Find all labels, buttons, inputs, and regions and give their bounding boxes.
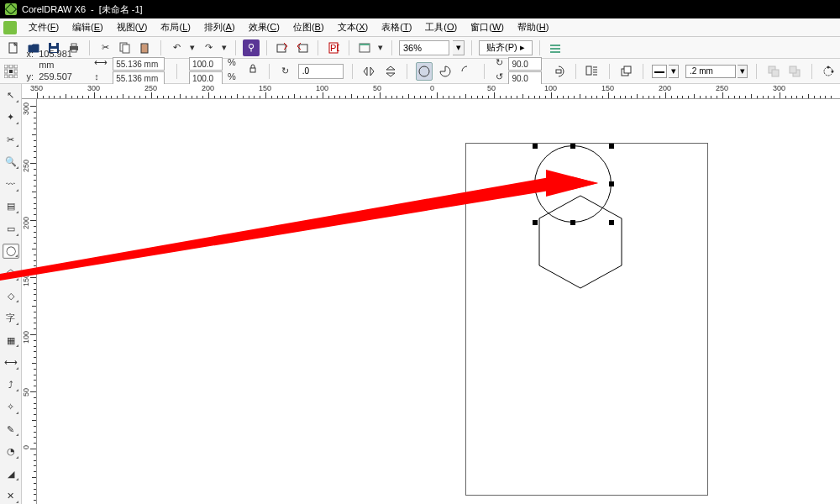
ellipse-mode-button[interactable]	[416, 62, 433, 81]
fill-tool[interactable]: ◢	[3, 466, 19, 482]
svg-rect-28	[14, 75, 18, 78]
svg-rect-23	[4, 70, 8, 73]
svg-rect-19	[550, 51, 560, 53]
workspace: ↖✦✂🔍〰▤▭◯⬠◇字▦⟷⤴✧✎◔◢✕ 35030025020015010050…	[0, 84, 840, 504]
app-launch-dropdown[interactable]: ▾	[376, 39, 385, 56]
effects-tool[interactable]: ✧	[3, 399, 19, 415]
separator	[266, 40, 267, 55]
svg-rect-10	[143, 43, 146, 45]
zoom-dropdown[interactable]: ▾	[453, 40, 465, 55]
interactive-fill-tool[interactable]: ✕	[3, 488, 19, 504]
dimension-tool[interactable]: ⟷	[3, 354, 19, 370]
mirror-v-button[interactable]	[382, 62, 398, 81]
menu-x[interactable]: 文本(X)	[331, 19, 375, 35]
app-title: CorelDRAW X6	[22, 4, 86, 14]
undo-button[interactable]: ↶	[168, 39, 185, 56]
pick-tool[interactable]: ↖	[3, 87, 19, 103]
canvas[interactable]: ✕	[37, 99, 840, 504]
width-input[interactable]: 55.136 mm	[113, 57, 165, 71]
separator	[235, 40, 236, 55]
paste-button[interactable]	[137, 39, 154, 56]
menu-v[interactable]: 视图(V)	[110, 19, 155, 35]
svg-rect-18	[550, 48, 560, 50]
pie-mode-button[interactable]	[438, 62, 454, 81]
svg-rect-22	[14, 65, 18, 68]
lock-ratio-button[interactable]	[244, 62, 260, 81]
pos-x: 105.981 mm	[39, 49, 82, 71]
export-button[interactable]	[294, 39, 311, 56]
rotation-input[interactable]: .0	[298, 64, 344, 79]
menu-c[interactable]: 效果(C)	[242, 19, 286, 35]
connector-tool[interactable]: ⤴	[3, 377, 19, 393]
tofront-button[interactable]	[618, 62, 634, 81]
menu-w[interactable]: 窗口(W)	[464, 19, 511, 35]
copy-button[interactable]	[117, 39, 134, 56]
svg-point-40	[827, 66, 830, 68]
menu-t[interactable]: 表格(T)	[375, 19, 418, 35]
redo-button[interactable]: ↷	[200, 39, 217, 56]
object-origin-icon[interactable]	[3, 63, 18, 80]
redo-dropdown[interactable]: ▾	[220, 39, 228, 56]
basic-shapes-tool[interactable]: ◇	[3, 288, 19, 304]
fullscreen-button[interactable]	[356, 39, 373, 56]
handle-e[interactable]	[609, 181, 614, 186]
undo-dropdown[interactable]: ▾	[188, 39, 197, 56]
menu-f[interactable]: 文件(F)	[22, 19, 66, 35]
outline-color-dropdown[interactable]: ▾	[669, 65, 679, 78]
arc-direction-button[interactable]	[550, 62, 566, 81]
svg-rect-8	[123, 45, 129, 53]
outline-width-dropdown[interactable]: ▾	[738, 65, 748, 78]
snap-button[interactable]: 贴齐(P) ▸	[479, 40, 533, 55]
crop-tool[interactable]: ✂	[3, 132, 19, 148]
handle-nw[interactable]	[533, 144, 538, 149]
new-button[interactable]	[5, 39, 22, 56]
svg-point-30	[419, 66, 429, 76]
table-tool[interactable]: ▦	[3, 333, 19, 349]
scale-x-input[interactable]: 100.0	[189, 57, 223, 71]
outline-controls: ▾ ▾	[652, 65, 748, 78]
ruler-vertical[interactable]: 300250200150100500	[22, 99, 37, 504]
menu-e[interactable]: 编辑(E)	[66, 19, 110, 35]
svg-rect-12	[299, 45, 307, 52]
svg-rect-31	[556, 70, 561, 73]
outline-color-swatch[interactable]	[652, 65, 667, 78]
mirror-h-button[interactable]	[361, 62, 377, 81]
menu-l[interactable]: 布局(L)	[154, 19, 197, 35]
height-icon: ↕	[94, 71, 108, 85]
handle-n[interactable]	[570, 144, 575, 149]
menu-h[interactable]: 帮助(H)	[511, 19, 555, 35]
publish-pdf-button[interactable]: PDF	[325, 39, 342, 56]
svg-rect-21	[9, 65, 13, 68]
arc-mode-button[interactable]	[459, 62, 475, 81]
start-angle-input[interactable]: 90.0	[508, 57, 542, 71]
svg-point-41	[832, 70, 834, 72]
end-angle-input[interactable]: 90.0	[508, 71, 542, 85]
eyedropper-tool[interactable]: ✎	[3, 422, 19, 438]
cut-button[interactable]: ✂	[97, 39, 113, 56]
menu-o[interactable]: 工具(O)	[418, 19, 464, 35]
zoom-input[interactable]	[399, 40, 449, 55]
to-back-of-layer-button[interactable]	[786, 62, 802, 81]
text-tool[interactable]: 字	[3, 310, 19, 326]
ruler-horizontal[interactable]: 35030025020015010050050100150200250300	[22, 84, 840, 99]
wrap-text-button[interactable]	[585, 62, 601, 81]
svg-rect-17	[550, 45, 560, 46]
outline-width-input[interactable]	[685, 65, 736, 78]
import-button[interactable]	[274, 39, 291, 56]
outline-tool[interactable]: ◔	[3, 444, 19, 459]
shape-tool[interactable]: ✦	[3, 110, 19, 126]
separator	[89, 40, 90, 55]
search-content-button[interactable]: ⚲	[243, 39, 260, 56]
handle-ne[interactable]	[609, 144, 614, 149]
height-input[interactable]: 55.136 mm	[113, 71, 165, 85]
svg-rect-36	[772, 70, 779, 76]
svg-rect-11	[277, 45, 286, 52]
to-front-of-layer-button[interactable]	[765, 62, 781, 81]
convert-to-curves-button[interactable]	[821, 62, 837, 81]
rotation-icon: ↻	[278, 63, 293, 80]
scale-y-input[interactable]: 100.0	[189, 71, 223, 85]
handle-se[interactable]	[609, 220, 614, 225]
options-button[interactable]	[547, 39, 564, 56]
menu-a[interactable]: 排列(A)	[197, 19, 242, 35]
menu-b[interactable]: 位图(B)	[286, 19, 331, 35]
